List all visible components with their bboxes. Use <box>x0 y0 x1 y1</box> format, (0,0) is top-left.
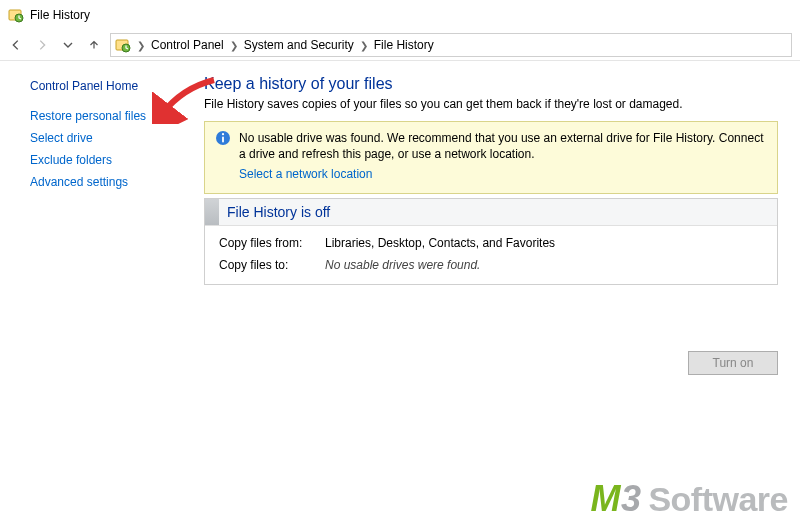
sidebar-exclude-folders[interactable]: Exclude folders <box>30 153 180 167</box>
select-network-location-link[interactable]: Select a network location <box>239 166 767 182</box>
warning-text: No usable drive was found. We recommend … <box>239 131 763 161</box>
address-bar[interactable]: ❯ Control Panel ❯ System and Security ❯ … <box>110 33 792 57</box>
body: Control Panel Home Restore personal file… <box>0 61 800 528</box>
breadcrumb-control-panel[interactable]: Control Panel <box>151 38 224 52</box>
copy-from-value: Libraries, Desktop, Contacts, and Favori… <box>325 236 555 250</box>
nav-toolbar: ❯ Control Panel ❯ System and Security ❯ … <box>0 30 800 61</box>
up-button[interactable] <box>86 37 102 53</box>
chevron-right-icon[interactable]: ❯ <box>228 40 240 51</box>
status-row-to: Copy files to: No usable drives were fou… <box>219 258 763 272</box>
watermark-m: M <box>590 478 620 520</box>
titlebar: File History <box>0 0 800 30</box>
breadcrumb-file-history[interactable]: File History <box>374 38 434 52</box>
status-box: File History is off Copy files from: Lib… <box>204 198 778 285</box>
file-history-icon <box>8 7 24 23</box>
watermark-3: 3 <box>621 478 641 520</box>
copy-to-label: Copy files to: <box>219 258 325 272</box>
sidebar-advanced-settings[interactable]: Advanced settings <box>30 175 180 189</box>
warning-box: No usable drive was found. We recommend … <box>204 121 778 194</box>
status-rows: Copy files from: Libraries, Desktop, Con… <box>205 226 777 284</box>
forward-button[interactable] <box>34 37 50 53</box>
svg-point-6 <box>222 133 224 135</box>
copy-from-label: Copy files from: <box>219 236 325 250</box>
sidebar-select-drive[interactable]: Select drive <box>30 131 180 145</box>
window-title: File History <box>30 8 90 22</box>
watermark-text: Software <box>648 480 788 519</box>
svg-rect-5 <box>222 137 224 143</box>
content: Keep a history of your files File Histor… <box>190 61 800 528</box>
turn-on-button[interactable]: Turn on <box>688 351 778 375</box>
warning-message: No usable drive was found. We recommend … <box>239 130 767 183</box>
back-button[interactable] <box>8 37 24 53</box>
copy-to-value: No usable drives were found. <box>325 258 480 272</box>
status-title: File History is off <box>219 199 330 225</box>
location-icon <box>115 37 131 53</box>
breadcrumb-system-security[interactable]: System and Security <box>244 38 354 52</box>
page-heading: Keep a history of your files <box>204 75 778 93</box>
status-header: File History is off <box>205 199 777 226</box>
chevron-right-icon[interactable]: ❯ <box>135 40 147 51</box>
info-icon <box>215 130 231 146</box>
status-row-from: Copy files from: Libraries, Desktop, Con… <box>219 236 763 250</box>
control-panel-home-link[interactable]: Control Panel Home <box>30 79 180 93</box>
recent-locations-dropdown[interactable] <box>60 37 76 53</box>
nav-buttons <box>8 37 102 53</box>
status-header-accent <box>205 199 219 225</box>
chevron-right-icon[interactable]: ❯ <box>358 40 370 51</box>
page-description: File History saves copies of your files … <box>204 97 778 111</box>
watermark: M3 Software <box>590 478 788 520</box>
sidebar-restore-personal-files[interactable]: Restore personal files <box>30 109 180 123</box>
sidebar: Control Panel Home Restore personal file… <box>0 61 190 528</box>
